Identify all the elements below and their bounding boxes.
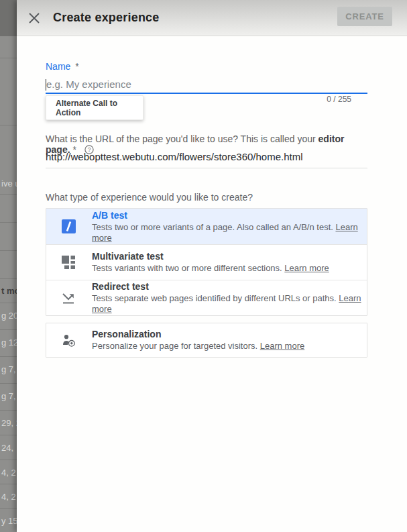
learn-more-link[interactable]: Learn more — [260, 341, 304, 351]
multivariate-grid-icon — [61, 255, 76, 270]
backdrop-header-strip — [0, 0, 17, 36]
option-description-text: Tests two or more variants of a page. Al… — [92, 222, 335, 232]
name-suggestion-item[interactable]: Alternate Call to Action — [46, 95, 143, 120]
option-description: Tests separate web pages identified by d… — [92, 293, 367, 315]
backdrop-row-divider — [0, 194, 17, 195]
url-question-text: What is the URL of the page you'd like t… — [46, 134, 318, 144]
option-description-text: Personalize your page for targeted visit… — [92, 341, 260, 351]
option-description-text: Tests variants with two or more differen… — [92, 263, 284, 273]
dialog-body: Name * 0 / 255 Alternate Call to Action … — [17, 36, 407, 532]
backdrop-row-divider — [0, 58, 17, 58]
backdrop-row-divider — [0, 508, 17, 509]
dialog-title: Create experience — [53, 11, 160, 25]
personalization-card: Personalization Personalize your page fo… — [46, 323, 367, 358]
backdrop-row-divider — [0, 410, 17, 411]
backdrop-row-divider — [0, 278, 17, 279]
backdrop-text-fragment: g 7, 2 — [1, 364, 17, 374]
backdrop-text-fragment: 24, — [1, 443, 13, 453]
field-divider — [46, 168, 367, 168]
backdrop-row-divider — [0, 125, 17, 125]
backdrop-text-fragment: g 12, — [1, 337, 17, 348]
backdrop-row-divider — [0, 356, 17, 357]
experience-type-card: A/B test Tests two or more variants of a… — [46, 208, 367, 316]
option-ab-test[interactable]: A/B test Tests two or more variants of a… — [46, 209, 367, 244]
close-x-glyph — [28, 12, 40, 24]
backdrop-row-divider — [0, 383, 17, 384]
dimmed-background: ive u t mo g 20, g 12, g 7, 2 g 7, 2 29,… — [0, 0, 17, 532]
backdrop-text-fragment: 29, 2 — [1, 418, 17, 428]
option-title: Multivariate test — [92, 251, 329, 262]
backdrop-text-fragment: g 7, 2 — [1, 391, 17, 401]
backdrop-text-fragment: y 15, — [1, 516, 17, 526]
backdrop-text-fragment: g 20, — [1, 311, 17, 321]
backdrop-row-divider — [0, 250, 17, 251]
redirect-arrow-icon — [61, 290, 76, 305]
backdrop-text-fragment: 4, 2 — [1, 492, 16, 502]
backdrop-row-divider — [0, 484, 17, 484]
screen: ive u t mo g 20, g 12, g 7, 2 g 7, 2 29,… — [0, 0, 407, 532]
name-input[interactable] — [46, 76, 368, 91]
option-multivariate-test[interactable]: Multivariate test Tests variants with tw… — [46, 244, 367, 280]
option-title: A/B test — [92, 210, 367, 221]
backdrop-row-divider — [0, 460, 17, 460]
text-cursor — [46, 79, 46, 91]
editor-page-url-value[interactable]: http://webopttest.webutu.com/flowers/sto… — [46, 151, 367, 162]
backdrop-text-fragment: t mo — [1, 286, 17, 296]
dialog-header: Create experience CREATE — [17, 0, 407, 36]
ab-split-icon — [61, 219, 76, 234]
option-title: Redirect test — [92, 281, 367, 292]
name-label: Name * — [46, 61, 367, 72]
create-button[interactable]: CREATE — [337, 7, 392, 26]
backdrop-text-fragment: 4, 2 — [1, 468, 16, 478]
option-description: Tests variants with two or more differen… — [92, 263, 329, 274]
person-target-icon — [61, 333, 76, 348]
option-text: Personalization Personalize your page fo… — [92, 329, 304, 352]
backdrop-row-divider — [0, 303, 17, 303]
option-title: Personalization — [92, 329, 304, 340]
backdrop-row-divider — [0, 435, 17, 435]
option-text: Redirect test Tests separate web pages i… — [92, 281, 367, 315]
option-description-text: Tests separate web pages identified by d… — [92, 293, 339, 303]
option-description: Personalize your page for targeted visit… — [92, 341, 304, 352]
create-experience-dialog: Create experience CREATE Name * 0 / 255 … — [17, 0, 407, 532]
experience-type-question: What type of experience would you like t… — [46, 192, 367, 203]
backdrop-row-divider — [0, 222, 17, 223]
backdrop-row-divider — [0, 329, 17, 330]
option-text: A/B test Tests two or more variants of a… — [92, 210, 367, 244]
option-description: Tests two or more variants of a page. Al… — [92, 222, 367, 244]
required-asterisk: * — [75, 61, 78, 72]
option-personalization[interactable]: Personalization Personalize your page fo… — [46, 323, 367, 357]
learn-more-link[interactable]: Learn more — [284, 263, 329, 273]
name-input-underline — [46, 76, 367, 94]
option-text: Multivariate test Tests variants with tw… — [92, 251, 329, 274]
name-label-text: Name — [46, 61, 70, 72]
close-icon[interactable] — [25, 9, 43, 27]
backdrop-text-fragment: ive u — [1, 178, 17, 189]
option-redirect-test[interactable]: Redirect test Tests separate web pages i… — [46, 280, 367, 315]
